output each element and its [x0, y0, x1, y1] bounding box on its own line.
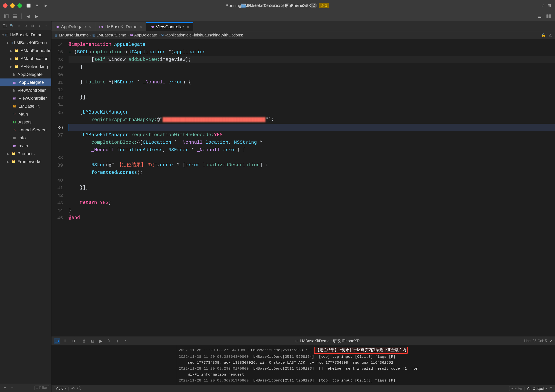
code-editor[interactable]: 14 15 28 29 30 31 32 33 34 35 36 37 38 — [51, 39, 555, 337]
svg-rect-5 — [13, 16, 17, 18]
console-log-panel[interactable]: 2022-11-28 11:20:03.279663+0800 LMBaseKi… — [176, 345, 555, 385]
sidebar-item-info[interactable]: ⊞ Info — [0, 134, 51, 142]
console-pause-button[interactable]: ⏸ — [62, 338, 69, 344]
back-button[interactable]: ◀ — [25, 13, 31, 19]
project-icon: ⊞ — [5, 32, 8, 37]
main-layout: 🔍 ⚠ ◇ ⊟ ↕ ≡ ▾ ⊞ LMBaseKitDemo ▾ ⊞ LMBase… — [0, 22, 555, 392]
sidebar-source-icon[interactable]: ↕ — [37, 23, 42, 29]
run-button[interactable]: ▶ — [43, 4, 49, 7]
console-step-in-button[interactable]: ↓ — [114, 338, 121, 344]
maximize-button[interactable] — [17, 3, 22, 8]
stop-button[interactable]: ■ — [35, 4, 40, 7]
sidebar-item-afnetworking[interactable]: ▶ 📁 AFNetworking — [0, 63, 51, 71]
breadcrumb-right: 🔒 ⚠ — [541, 33, 552, 37]
group-icon: ⊞ — [9, 40, 13, 45]
sidebar-folder-icon[interactable] — [2, 23, 8, 29]
sidebar-item-assets[interactable]: ⊡ Assets — [0, 118, 51, 126]
all-output-label: All Output — [527, 386, 544, 391]
sidebar-item-label: ViewController — [17, 88, 46, 93]
sidebar-item-appdelegate-m[interactable]: m AppDelegate — [0, 79, 51, 86]
h-file-icon-2: h — [13, 89, 15, 93]
minimize-button[interactable] — [10, 3, 15, 8]
sidebar-item-appdelegate-h[interactable]: h AppDelegate — [0, 71, 51, 79]
sidebar-item-viewcontroller-h[interactable]: h ViewController — [0, 86, 51, 94]
view-toggle-btn[interactable]: 👁 — [71, 386, 75, 391]
tab-viewcontroller[interactable]: m ViewController ✕ — [146, 22, 193, 31]
tab-close-icon[interactable]: ✕ — [88, 25, 91, 29]
sidebar-item-products[interactable]: ▶ 📁 Products — [0, 150, 51, 158]
filter-placeholder: Filter — [514, 386, 522, 391]
tab-appdelegate[interactable]: m AppDelegate ✕ — [51, 22, 95, 31]
sidebar-warning-icon[interactable]: ⚠ — [16, 23, 21, 29]
log-message-highlighted-1: 【定位结果】上海市长宁区延安西路最近中亚金融广场 — [314, 347, 408, 354]
console-step-out-button[interactable]: ↑ — [123, 338, 129, 344]
tab-close-icon-3[interactable]: ✕ — [187, 25, 189, 29]
remove-file-button[interactable]: − — [9, 385, 15, 391]
sidebar-item-label: Assets — [18, 119, 31, 125]
console-break-button[interactable]: ⊟ — [89, 338, 96, 344]
view-toggle-button[interactable] — [546, 13, 552, 19]
console-log-line-5: Wi-Fi information request — [179, 372, 553, 377]
sidebar-item-frameworks[interactable]: ▶ 📁 Frameworks — [0, 158, 51, 166]
tab-lmbasekitdemo[interactable]: m LMBaseKitDemo ✕ — [95, 22, 146, 31]
console-continue-button[interactable]: ▶ — [98, 338, 104, 344]
console-right-icon[interactable]: ⊟ — [549, 386, 553, 391]
align-left-button[interactable] — [537, 13, 543, 19]
frameworks-folder-icon: 📁 — [11, 160, 15, 164]
split-view-button[interactable]: ⊞ — [548, 3, 551, 8]
svg-rect-9 — [547, 15, 548, 18]
chevron-down-icon-2: ▾ — [546, 387, 547, 390]
sidebar-search-icon[interactable]: 🔍 — [9, 23, 15, 29]
sidebar-item-amapfoundation[interactable]: ▶ 📁 AMapFoundation — [0, 47, 51, 55]
console-step-over-button[interactable]: ⤵ — [106, 338, 112, 344]
all-output-select[interactable]: All Output ▾ — [527, 386, 547, 391]
log-message-6: [tcp] tcp_input [C2.1:3] flags=[R] — [319, 378, 395, 383]
code-line-42 — [69, 192, 555, 199]
navigator-toggle-button[interactable] — [3, 13, 9, 19]
sidebar-item-viewcontroller-m[interactable]: m ViewController — [0, 94, 51, 102]
add-file-button[interactable]: + — [2, 385, 8, 391]
sidebar-item-label: LMBaseKitDemo — [14, 40, 47, 45]
code-content[interactable]: @implementation AppDelegate - ( BOOL ) a… — [65, 39, 555, 337]
sidebar-item-project-root[interactable]: ▾ ⊞ LMBaseKitDemo — [0, 31, 51, 39]
forward-button[interactable]: ▶ — [33, 13, 40, 19]
info-btn[interactable]: ⓘ — [77, 386, 81, 391]
sidebar-test-icon[interactable]: ◇ — [23, 23, 28, 29]
console-log-line-4: 2022-11-28 11:20:03.290401+0800 LMBaseKi… — [179, 366, 553, 372]
sidebar-debug-icon[interactable]: ⊟ — [30, 23, 35, 29]
sidebar-item-group-lmbasekitdemo[interactable]: ▾ ⊞ LMBaseKitDemo — [0, 39, 51, 47]
sidebar-top-bar: 🔍 ⚠ ◇ ⊟ ↕ ≡ — [0, 22, 51, 30]
console-activate-button[interactable] — [54, 338, 60, 344]
console-expand-button[interactable]: ⤢ — [549, 339, 553, 343]
warning-icon: ⚠ — [321, 3, 324, 8]
m-file-icon: m — [13, 81, 16, 85]
line-num-42: 42 — [51, 192, 63, 199]
sidebar-report-icon[interactable]: ≡ — [44, 23, 49, 29]
svg-rect-11 — [55, 340, 58, 342]
sidebar-footer: + − ≡ Filter — [0, 383, 51, 392]
close-button[interactable] — [3, 3, 7, 8]
console-clear-button[interactable]: 🗑 — [81, 338, 87, 344]
sidebar-item-main-storyboard[interactable]: ✕ Main — [0, 110, 51, 118]
line-num-31: 31 — [51, 79, 63, 86]
log-app-1: LMBaseKitDemo[2511:5258179] — [251, 347, 314, 353]
line-num-33: 33 — [51, 94, 63, 102]
sidebar-item-main-m[interactable]: m main — [0, 142, 51, 150]
launchscreen-icon: ✕ — [13, 128, 16, 132]
log-timestamp-2: 2022-11-28 11:20:03.283643+0800 — [179, 355, 251, 359]
sidebar-toggle-button[interactable]: ⬜ — [26, 4, 31, 7]
sidebar-item-label: ViewController — [19, 96, 47, 101]
console-filter-input[interactable]: ≡ Filter — [509, 386, 525, 391]
console-restart-button[interactable]: ↺ — [71, 338, 77, 344]
sidebar-item-launchscreen[interactable]: ✕ LaunchScreen — [0, 126, 51, 134]
tab-bar: m AppDelegate ✕ m LMBaseKitDemo ✕ m View… — [51, 22, 555, 31]
breadcrumb-group-icon: ⊞ — [92, 33, 95, 37]
tab-close-icon-2[interactable]: ✕ — [140, 25, 142, 29]
fullscreen-button[interactable]: ⤢ — [541, 3, 545, 8]
sidebar-item-lmbasekit[interactable]: ⊞ LMBaseKit — [0, 102, 51, 110]
library-toggle-button[interactable] — [12, 13, 18, 19]
tab-label: AppDelegate — [61, 24, 86, 29]
console-log-line-2: 2022-11-28 11:20:03.283643+0800 LMBaseKi… — [179, 354, 553, 360]
sidebar-item-amaplocation[interactable]: ▶ 📁 AMapLocation — [0, 55, 51, 63]
editor-console-container: 14 15 28 29 30 31 32 33 34 35 36 37 38 — [51, 39, 555, 392]
